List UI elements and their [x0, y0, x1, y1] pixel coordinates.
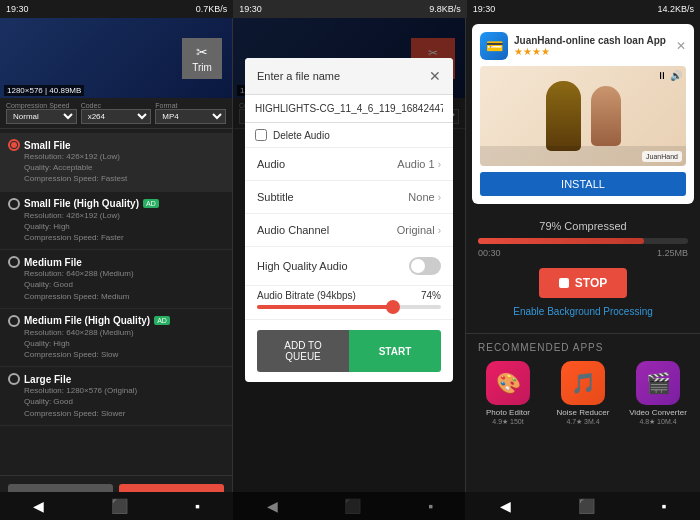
setting-subtitle[interactable]: Subtitle None › — [245, 181, 453, 214]
stop-button[interactable]: STOP — [539, 268, 627, 298]
setting-audio-value: Audio 1 › — [397, 158, 441, 170]
setting-audio-label: Audio — [257, 158, 285, 170]
badge-medium-hq: AD — [154, 316, 170, 325]
setting-subtitle-label: Subtitle — [257, 191, 294, 203]
radio-small — [8, 139, 20, 151]
slider-label-row: Audio Bitrate (94kbps) 74% — [257, 290, 441, 301]
dialog-close-icon[interactable]: ✕ — [429, 68, 441, 84]
nav-home-button[interactable]: ⬛ — [103, 494, 136, 518]
ad-close-icon[interactable]: ✕ — [676, 39, 686, 53]
app-rating-photo-editor: 4.9★ 150t — [492, 418, 523, 426]
progress-label: 79% Compressed — [478, 220, 688, 232]
bitrate-value: 74% — [421, 290, 441, 301]
status-bar: 19:30 0.7KB/s 19:30 9.8KB/s 19:30 14.2KB… — [0, 0, 700, 18]
delete-audio-row: Delete Audio — [245, 123, 453, 148]
ad-install-button[interactable]: INSTALL — [480, 172, 686, 196]
nav-home3-button[interactable]: ⬛ — [570, 494, 603, 518]
recommended-title: RECOMMENDED APPS — [478, 342, 688, 353]
ad-title: JuanHand-online cash loan App — [514, 35, 666, 46]
app-rating-video-converter: 4.8★ 10M.4 — [639, 418, 676, 426]
nav-square3-button[interactable]: ▪ — [654, 494, 675, 518]
radio-medium-hq — [8, 315, 20, 327]
file-option-small-details: Resolution: 426×192 (Low) Quality: Accep… — [24, 151, 224, 185]
file-option-small[interactable]: Small File Resolution: 426×192 (Low) Qua… — [0, 133, 232, 192]
bitrate-slider-track[interactable] — [257, 305, 441, 309]
setting-audio-channel[interactable]: Audio Channel Original › — [245, 214, 453, 247]
ad-header: 💳 JuanHand-online cash loan App ★★★★ ✕ — [480, 32, 686, 60]
app-name-video-converter: Video Converter — [629, 408, 687, 418]
slider-row: Audio Bitrate (94kbps) 74% — [245, 286, 453, 320]
file-option-medium-hq[interactable]: Medium File (High Quality) AD Resolution… — [0, 309, 232, 368]
controls-row-left: Compression Speed Normal Codec x264 Form… — [0, 98, 232, 129]
chevron-channel: › — [438, 225, 441, 236]
dialog-settings: Audio Audio 1 › Subtitle None › — [245, 148, 453, 320]
file-option-small-hq[interactable]: Small File (High Quality) AD Resolution:… — [0, 192, 232, 251]
status-bar-mid: 19:30 9.8KB/s — [233, 0, 466, 18]
filename-input[interactable] — [245, 95, 453, 123]
file-option-medium-name: Medium File — [24, 257, 82, 268]
setting-audio-channel-label: Audio Channel — [257, 224, 329, 236]
file-option-medium-hq-name: Medium File (High Quality) — [24, 315, 150, 326]
app-item-video-converter[interactable]: 🎬 Video Converter 4.8★ 10M.4 — [628, 361, 688, 426]
format-label: Format — [155, 102, 226, 109]
status-bar-right: 19:30 14.2KB/s — [467, 0, 700, 18]
panel-right: 💳 JuanHand-online cash loan App ★★★★ ✕ J… — [466, 18, 700, 520]
compression-speed-select[interactable]: Normal — [6, 109, 77, 124]
bitrate-slider-thumb[interactable] — [386, 300, 400, 314]
file-option-medium-hq-details: Resolution: 640×288 (Medium) Quality: Hi… — [24, 327, 224, 361]
nav-back-button[interactable]: ◀ — [25, 494, 52, 518]
person-figure-left — [546, 81, 581, 151]
recommended-section: RECOMMENDED APPS 🎨 Photo Editor 4.9★ 150… — [466, 333, 700, 430]
ad-app-icon: 💳 — [480, 32, 508, 60]
codec-label: Codec — [81, 102, 152, 109]
radio-small-hq — [8, 198, 20, 210]
badge-small-hq: AD — [143, 199, 159, 208]
add-to-queue-button[interactable]: ADD TO QUEUE — [257, 330, 349, 372]
video-preview-left: 1280×576 | 40.89MB ✂ Trim — [0, 18, 232, 98]
ad-watermark: JuanHand — [642, 151, 682, 162]
dialog-header: Enter a file name ✕ — [245, 58, 453, 95]
nav-square-button[interactable]: ▪ — [187, 494, 208, 518]
app-item-photo-editor[interactable]: 🎨 Photo Editor 4.9★ 150t — [478, 361, 538, 426]
dialog-title: Enter a file name — [257, 70, 340, 82]
delete-audio-checkbox[interactable] — [255, 129, 267, 141]
dialog-box: Enter a file name ✕ Delete Audio Audio A… — [245, 58, 453, 382]
app-name-noise-reducer: Noise Reducer — [557, 408, 610, 418]
dialog-actions: ADD TO QUEUE START — [257, 330, 441, 372]
format-select[interactable]: MP4 — [155, 109, 226, 124]
bg-processing-link[interactable]: Enable Background Processing — [478, 306, 688, 317]
bitrate-slider-fill — [257, 305, 393, 309]
file-option-medium-details: Resolution: 640×288 (Medium) Quality: Go… — [24, 268, 224, 302]
compression-speed-label: Compression Speed — [6, 102, 77, 109]
dialog-overlay: Enter a file name ✕ Delete Audio Audio A… — [233, 18, 465, 520]
ad-stars: ★★★★ — [514, 46, 666, 57]
status-bar-left: 19:30 0.7KB/s — [0, 0, 233, 18]
setting-hq-audio-label: High Quality Audio — [257, 260, 348, 272]
app-grid: 🎨 Photo Editor 4.9★ 150t 🎵 Noise Reducer… — [478, 361, 688, 426]
app-icon-noise-reducer: 🎵 — [561, 361, 605, 405]
codec-select[interactable]: x264 — [81, 109, 152, 124]
setting-hq-audio[interactable]: High Quality Audio — [245, 247, 453, 286]
progress-bar-container — [478, 238, 688, 244]
person-figure-right — [591, 86, 621, 146]
file-option-large[interactable]: Large File Resolution: 1280×576 (Origina… — [0, 367, 232, 426]
file-option-small-hq-details: Resolution: 426×192 (Low) Quality: High … — [24, 210, 224, 244]
stop-icon — [559, 278, 569, 288]
setting-audio[interactable]: Audio Audio 1 › — [245, 148, 453, 181]
nav-back3-button[interactable]: ◀ — [492, 494, 519, 518]
file-option-large-details: Resolution: 1280×576 (Original) Quality:… — [24, 385, 224, 419]
start-button[interactable]: START — [349, 330, 441, 372]
trim-button-left[interactable]: ✂ Trim — [182, 38, 222, 79]
hq-audio-toggle[interactable] — [409, 257, 441, 275]
file-option-small-name: Small File — [24, 140, 71, 151]
bitrate-label: Audio Bitrate (94kbps) — [257, 290, 356, 301]
panel-middle: 1280×576 | 40.89MB ✂ Trim Compression Sp… — [233, 18, 466, 520]
file-options-list: Small File Resolution: 426×192 (Low) Qua… — [0, 129, 232, 475]
ad-banner: 💳 JuanHand-online cash loan App ★★★★ ✕ J… — [472, 24, 694, 204]
setting-audio-channel-value: Original › — [397, 224, 441, 236]
progress-section: 79% Compressed 00:30 1.25MB STOP Enable … — [466, 210, 700, 327]
file-option-medium[interactable]: Medium File Resolution: 640×288 (Medium)… — [0, 250, 232, 309]
app-item-noise-reducer[interactable]: 🎵 Noise Reducer 4.7★ 3M.4 — [553, 361, 613, 426]
chevron-subtitle: › — [438, 192, 441, 203]
app-name-photo-editor: Photo Editor — [486, 408, 530, 418]
